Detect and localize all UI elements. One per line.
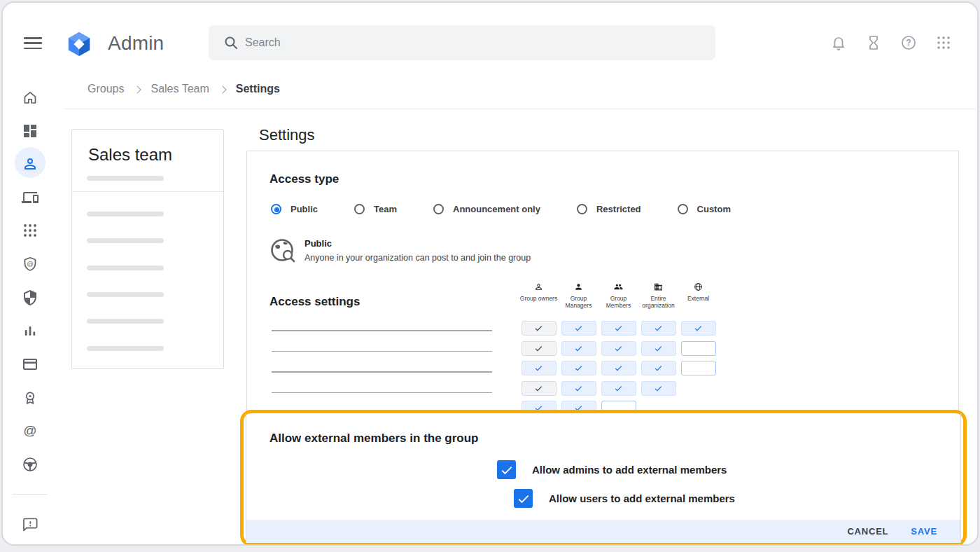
selected-access-description: Anyone in your organization can post to … <box>304 253 531 263</box>
radio-icon <box>433 204 444 214</box>
matrix-row <box>519 341 729 356</box>
permission-checkbox-checked[interactable] <box>561 381 596 396</box>
matrix-column-header: Entire organization <box>638 282 678 308</box>
app-title: Admin <box>108 32 164 55</box>
permission-checkbox-unchecked[interactable] <box>681 361 716 375</box>
hourglass-icon[interactable] <box>865 34 882 51</box>
breadcrumb-divider <box>63 109 976 109</box>
matrix-column-label: External <box>678 296 718 303</box>
matrix-row <box>519 361 729 375</box>
selected-access-title: Public <box>304 238 332 249</box>
radio-icon <box>354 204 365 214</box>
permission-checkbox-checked[interactable] <box>601 321 636 336</box>
sidebar-devices-icon[interactable] <box>22 189 38 206</box>
permission-checkbox-checked[interactable] <box>641 381 676 396</box>
permission-checkbox-locked[interactable] <box>522 321 556 336</box>
svg-text:@: @ <box>27 260 34 268</box>
matrix-column-label: Entire organization <box>638 296 678 309</box>
radio-label: Announcement only <box>453 204 540 214</box>
radio-label: Team <box>374 204 397 214</box>
sidebar-person-icon[interactable] <box>22 156 38 172</box>
breadcrumb-item[interactable]: Groups <box>88 83 124 95</box>
sidebar-at-sign-icon[interactable]: @ <box>22 422 38 439</box>
matrix-column-header: External <box>678 282 718 308</box>
checkmark-icon <box>500 463 514 477</box>
permissions-matrix: Group ownersGroup ManagersGroup MembersE… <box>519 282 729 421</box>
placeholder-line <box>87 292 164 297</box>
admin-console-window: Admin ? GroupsSales TeamSettings <box>1 1 979 546</box>
permission-checkbox-checked[interactable] <box>641 321 676 336</box>
permission-checkbox-checked[interactable] <box>561 321 596 336</box>
external-members-section: Allow external members in the group Allo… <box>246 413 961 543</box>
group-panel: Sales team <box>71 129 224 369</box>
matrix-column-label: Group Managers <box>559 296 598 309</box>
sidebar-bar-chart-icon[interactable] <box>22 322 38 339</box>
sidebar-badge-icon[interactable] <box>22 389 38 406</box>
search-input[interactable] <box>245 25 700 60</box>
cancel-button[interactable]: CANCEL <box>847 526 888 537</box>
allow-admins-label: Allow admins to add external members <box>532 464 727 476</box>
sidebar-home-icon[interactable] <box>22 89 38 106</box>
search-bar[interactable] <box>209 25 715 60</box>
permission-checkbox-checked[interactable] <box>522 361 556 375</box>
group-title: Sales team <box>88 145 172 165</box>
matrix-column-header: Group Managers <box>559 282 598 308</box>
matrix-column-label: Group Members <box>598 296 638 309</box>
matrix-column-header: Group owners <box>519 282 559 308</box>
help-icon[interactable]: ? <box>900 34 917 51</box>
matrix-column-label: Group owners <box>519 296 559 303</box>
hamburger-menu-icon[interactable] <box>24 37 43 53</box>
permission-checkbox-checked[interactable] <box>601 361 636 375</box>
person-outline-icon <box>534 282 543 294</box>
radio-option-public[interactable]: Public <box>271 204 318 214</box>
setting-row-underline <box>272 392 492 394</box>
matrix-body <box>519 321 729 415</box>
permission-checkbox-checked[interactable] <box>641 361 676 375</box>
setting-row-underline <box>272 371 492 373</box>
sidebar-steering-wheel-icon[interactable] <box>22 456 38 473</box>
placeholder-line <box>87 265 164 270</box>
notifications-bell-icon[interactable] <box>830 34 847 51</box>
sidebar-dashboard-icon[interactable] <box>22 123 38 139</box>
breadcrumb-chevron-icon <box>134 85 141 93</box>
page-title: Settings <box>259 126 315 144</box>
breadcrumb-chevron-icon <box>218 85 226 93</box>
access-settings-heading: Access settings <box>270 295 360 309</box>
permission-checkbox-locked[interactable] <box>522 341 556 356</box>
external-members-heading: Allow external members in the group <box>270 432 479 446</box>
external-members-highlight-panel: Allow external members in the group Allo… <box>240 410 967 546</box>
sidebar-security-shield-icon[interactable] <box>22 289 38 306</box>
permission-checkbox-locked[interactable] <box>522 381 556 396</box>
allow-users-checkbox[interactable] <box>514 489 533 508</box>
radio-option-custom[interactable]: Custom <box>678 204 731 214</box>
sidebar-apps-icon[interactable] <box>22 222 38 239</box>
sidebar-shield-at-icon[interactable]: @ <box>22 256 38 272</box>
search-icon <box>223 34 239 51</box>
breadcrumb-item[interactable]: Sales Team <box>150 83 209 95</box>
radio-label: Public <box>290 204 318 214</box>
allow-users-label: Allow users to add external members <box>549 492 735 504</box>
placeholder-line <box>87 212 164 216</box>
permission-checkbox-checked[interactable] <box>601 381 636 396</box>
sidebar-feedback-icon[interactable] <box>22 516 38 533</box>
group-panel-divider <box>72 191 223 192</box>
permission-checkbox-checked[interactable] <box>561 341 596 356</box>
permission-checkbox-checked[interactable] <box>561 361 596 375</box>
matrix-row <box>519 321 729 336</box>
apps-grid-icon[interactable] <box>935 34 952 51</box>
access-type-heading: Access type <box>270 172 339 186</box>
placeholder-line <box>87 319 164 324</box>
save-button[interactable]: SAVE <box>911 526 937 537</box>
radio-option-announcement-only[interactable]: Announcement only <box>433 204 540 214</box>
permission-checkbox-checked[interactable] <box>641 341 676 356</box>
permission-checkbox-unchecked[interactable] <box>681 341 716 356</box>
allow-admins-checkbox[interactable] <box>497 460 516 479</box>
placeholder-line <box>87 346 164 351</box>
permission-checkbox-checked[interactable] <box>681 321 716 336</box>
radio-option-team[interactable]: Team <box>354 204 397 214</box>
permission-checkbox-checked[interactable] <box>601 341 636 356</box>
sidebar-billing-card-icon[interactable] <box>22 356 38 373</box>
radio-option-restricted[interactable]: Restricted <box>577 204 641 214</box>
people-icon <box>613 282 624 294</box>
setting-row-underline <box>272 351 492 352</box>
